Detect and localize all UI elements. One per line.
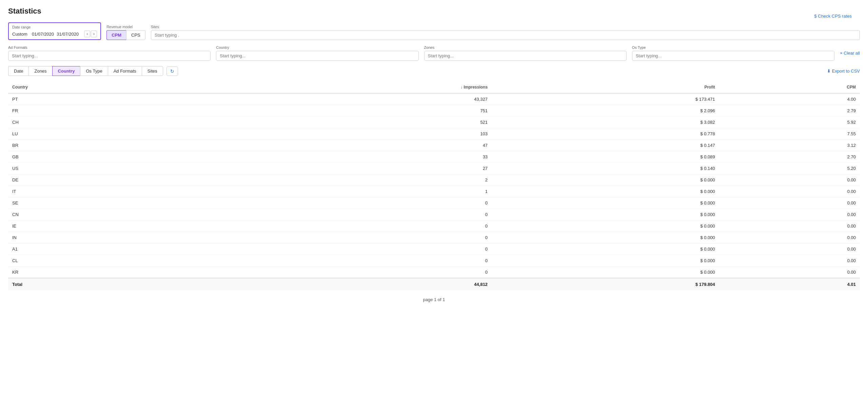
total-profit: $ 179.804	[492, 278, 719, 290]
table-row: IT 1 $ 0.000 0.00	[8, 186, 860, 197]
os-type-input[interactable]	[632, 51, 834, 61]
date-type-label: Custom	[12, 32, 29, 37]
refresh-button[interactable]: ↻	[166, 66, 178, 76]
cell-impressions: 0	[203, 232, 492, 243]
cell-profit: $ 0.000	[492, 243, 719, 255]
table-row: US 27 $ 0.140 5.20	[8, 163, 860, 174]
cell-profit: $ 2.096	[492, 105, 719, 117]
cell-cpm: 0.00	[719, 255, 860, 267]
cell-country: IE	[8, 220, 203, 232]
sites-input[interactable]	[151, 30, 860, 40]
check-cps-link[interactable]: $ Check CPS rates	[814, 14, 852, 19]
cell-impressions: 0	[203, 267, 492, 278]
table-total-row: Total 44,812 $ 179.804 4.01	[8, 278, 860, 290]
date-next-button[interactable]: ›	[91, 31, 97, 37]
tab-zones[interactable]: Zones	[28, 66, 52, 76]
table-row: DE 2 $ 0.000 0.00	[8, 174, 860, 186]
cell-profit: $ 0.000	[492, 220, 719, 232]
tab-os-type[interactable]: Os Type	[80, 66, 107, 76]
cell-country: BR	[8, 140, 203, 151]
cell-profit: $ 0.000	[492, 232, 719, 243]
cell-impressions: 0	[203, 243, 492, 255]
cell-country: CN	[8, 209, 203, 220]
date-range-filter: Date range Custom 01/07/2020 31/07/2020 …	[8, 22, 101, 40]
col-header-cpm: CPM	[719, 81, 860, 93]
zones-filter: Zones	[424, 45, 627, 61]
cell-cpm: 4.00	[719, 93, 860, 105]
cell-country: US	[8, 163, 203, 174]
table-row: CN 0 $ 0.000 0.00	[8, 209, 860, 220]
table-row: A1 0 $ 0.000 0.00	[8, 243, 860, 255]
col-header-impressions[interactable]: ↓ Impressions	[203, 81, 492, 93]
col-header-profit: Profit	[492, 81, 719, 93]
cell-profit: $ 0.140	[492, 163, 719, 174]
date-range-label: Date range	[12, 25, 97, 29]
export-csv-link[interactable]: ⬇ Export to CSV	[827, 69, 860, 74]
table-row: LU 103 $ 0.778 7.55	[8, 128, 860, 140]
sites-label: Sites	[151, 25, 860, 29]
tab-sites[interactable]: Sites	[142, 66, 163, 76]
cell-country: CH	[8, 117, 203, 128]
revenue-model-filter: Revenue model CPM CPS	[106, 25, 145, 40]
cell-cpm: 5.92	[719, 117, 860, 128]
ad-formats-input[interactable]	[8, 51, 211, 61]
cell-profit: $ 0.000	[492, 209, 719, 220]
cell-profit: $ 3.082	[492, 117, 719, 128]
cell-country: DE	[8, 174, 203, 186]
cell-profit: $ 0.089	[492, 151, 719, 163]
table-row: CL 0 $ 0.000 0.00	[8, 255, 860, 267]
cell-impressions: 0	[203, 220, 492, 232]
cell-profit: $ 0.000	[492, 174, 719, 186]
table-row: KR 0 $ 0.000 0.00	[8, 267, 860, 278]
country-filter: Country	[216, 45, 418, 61]
ad-formats-label: Ad Formats	[8, 45, 211, 50]
zones-input[interactable]	[424, 51, 627, 61]
ad-formats-filter: Ad Formats	[8, 45, 211, 61]
date-nav: ‹ ›	[84, 31, 97, 37]
table-header-row: Country ↓ Impressions Profit CPM	[8, 81, 860, 93]
cpm-button[interactable]: CPM	[106, 30, 126, 40]
clear-all-button[interactable]: × Clear all	[840, 51, 860, 56]
tabs-row: Date Zones Country Os Type Ad Formats Si…	[8, 66, 860, 76]
cell-country: A1	[8, 243, 203, 255]
cell-impressions: 27	[203, 163, 492, 174]
os-type-label: Os Type	[632, 45, 834, 50]
country-input[interactable]	[216, 51, 418, 61]
cell-profit: $ 173.471	[492, 93, 719, 105]
cell-country: LU	[8, 128, 203, 140]
cell-cpm: 0.00	[719, 267, 860, 278]
table-row: SE 0 $ 0.000 0.00	[8, 197, 860, 209]
cell-cpm: 0.00	[719, 232, 860, 243]
total-impressions: 44,812	[203, 278, 492, 290]
cell-country: GB	[8, 151, 203, 163]
tab-date[interactable]: Date	[8, 66, 28, 76]
table-row: PT 43,327 $ 173.471 4.00	[8, 93, 860, 105]
table-row: CH 521 $ 3.082 5.92	[8, 117, 860, 128]
cell-country: IN	[8, 232, 203, 243]
cell-cpm: 0.00	[719, 186, 860, 197]
cell-cpm: 0.00	[719, 174, 860, 186]
col-header-country: Country	[8, 81, 203, 93]
date-prev-button[interactable]: ‹	[84, 31, 90, 37]
cps-button[interactable]: CPS	[126, 30, 145, 40]
page-title: Statistics	[8, 7, 860, 16]
table-row: FR 751 $ 2.096 2.79	[8, 105, 860, 117]
filter-row-2: Ad Formats Country Zones Os Type × Clear…	[8, 45, 860, 61]
revenue-model-toggle: CPM CPS	[106, 30, 145, 40]
cell-cpm: 0.00	[719, 197, 860, 209]
cell-cpm: 2.70	[719, 151, 860, 163]
country-filter-label: Country	[216, 45, 418, 50]
tab-country[interactable]: Country	[52, 66, 80, 76]
sites-filter: Sites	[151, 25, 860, 40]
tab-ad-formats[interactable]: Ad Formats	[108, 66, 142, 76]
cell-impressions: 33	[203, 151, 492, 163]
cell-impressions: 0	[203, 197, 492, 209]
table-row: IE 0 $ 0.000 0.00	[8, 220, 860, 232]
cell-impressions: 43,327	[203, 93, 492, 105]
cell-country: PT	[8, 93, 203, 105]
cell-impressions: 47	[203, 140, 492, 151]
cell-profit: $ 0.147	[492, 140, 719, 151]
cell-cpm: 3.12	[719, 140, 860, 151]
cell-impressions: 2	[203, 174, 492, 186]
statistics-table: Country ↓ Impressions Profit CPM PT 43,3…	[8, 81, 860, 290]
